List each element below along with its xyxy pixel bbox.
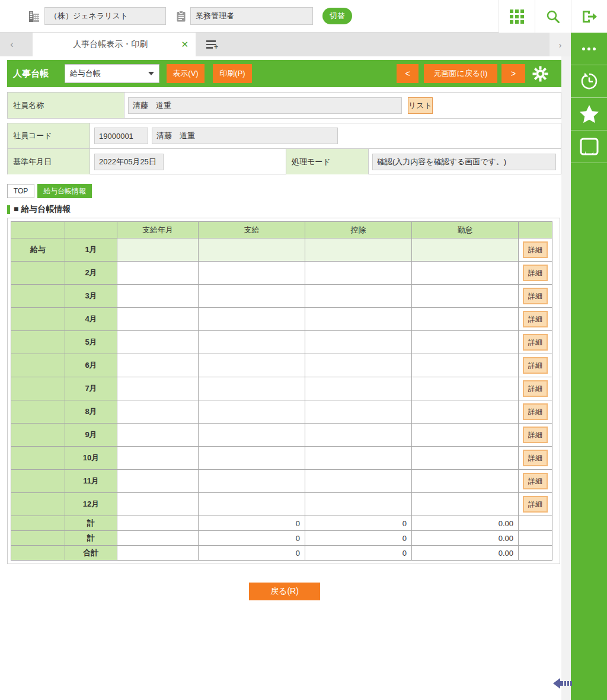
col-header-payment: 支給 (199, 222, 305, 238)
total-attend: 0.00 (412, 531, 519, 546)
gear-icon[interactable] (532, 66, 548, 82)
employee-name-row: 社員名称 清藤 道重 リスト (7, 92, 561, 119)
section-tabs: TOP 給与台帳情報 (7, 184, 561, 198)
switch-button[interactable]: 切替 (322, 8, 352, 24)
tab-salary-ledger-info[interactable]: 給与台帳情報 (37, 184, 92, 198)
col-header-attendance: 勤怠 (412, 222, 519, 238)
total-deduct: 0 (305, 516, 412, 531)
total-attend: 0.00 (412, 516, 519, 531)
detail-button[interactable]: 詳細 (523, 473, 548, 489)
employee-code-field: 19000001 (94, 128, 148, 144)
table-row: 11月 詳細 (11, 470, 552, 493)
clipboard-icon (177, 11, 186, 22)
role-input[interactable] (190, 7, 313, 25)
section-accent-bar (7, 205, 10, 214)
col-header-detail (519, 222, 552, 238)
app-header: 切替 (0, 0, 607, 33)
detail-button[interactable]: 詳細 (523, 427, 548, 443)
col-header-month (65, 222, 117, 238)
month-cell: 6月 (65, 354, 117, 377)
detail-button[interactable]: 詳細 (523, 241, 548, 258)
mode-field: 確認(入力内容を確認する画面です。) (372, 154, 556, 170)
month-cell: 12月 (65, 493, 117, 516)
detail-button[interactable]: 詳細 (523, 403, 548, 420)
tab-title: 人事台帳表示・印刷 (40, 39, 181, 50)
ledger-table: 支給年月 支給 控除 勤怠 給与 1月 詳細 2月 (11, 221, 552, 561)
month-cell: 11月 (65, 470, 117, 493)
col-header-group (11, 222, 65, 238)
month-cell: 4月 (65, 308, 117, 331)
table-row: 8月 詳細 (11, 400, 552, 424)
employee-name-label: 社員名称 (8, 93, 124, 118)
building-icon (29, 10, 40, 22)
detail-button[interactable]: 詳細 (523, 380, 548, 397)
ledger-table-panel: 支給年月 支給 控除 勤怠 給与 1月 詳細 2月 (7, 218, 560, 564)
chevron-down-icon (148, 72, 154, 75)
detail-button[interactable]: 詳細 (523, 496, 548, 513)
month-cell: 5月 (65, 331, 117, 354)
apps-grid-icon[interactable] (499, 0, 535, 33)
month-cell: 1月 (65, 238, 117, 262)
back-to-origin-button[interactable]: 元画面に戻る(I) (424, 64, 497, 83)
history-icon[interactable] (571, 65, 607, 98)
detail-button[interactable]: 詳細 (523, 265, 548, 281)
more-options-icon[interactable] (571, 33, 607, 65)
total-label-cell: 合計 (65, 546, 117, 561)
search-icon[interactable] (535, 0, 571, 33)
section-heading: ■ 給与台帳情報 (7, 204, 561, 215)
total-attend: 0.00 (412, 546, 519, 561)
print-button[interactable]: 印刷(P) (213, 64, 252, 83)
company-input[interactable] (44, 7, 166, 25)
subtotal-row: 計 0 0 0.00 (11, 516, 552, 531)
section-title: ■ 給与台帳情報 (14, 204, 71, 215)
month-cell: 3月 (65, 285, 117, 308)
base-date-field: 2022年05月25日 (94, 154, 164, 170)
tab-close-icon[interactable]: ✕ (181, 39, 189, 50)
ledger-select-value: 給与台帳 (70, 68, 101, 79)
subtotal-row: 計 0 0 0.00 (11, 531, 552, 546)
detail-button[interactable]: 詳細 (523, 334, 548, 351)
collapse-panel-arrow-icon[interactable] (553, 677, 573, 692)
next-record-button[interactable]: > (501, 64, 525, 83)
detail-button[interactable]: 詳細 (523, 357, 548, 374)
list-button[interactable]: リスト (408, 97, 433, 114)
tabs-scroll-left-icon[interactable]: ‹ (0, 39, 24, 50)
detail-button[interactable]: 詳細 (523, 450, 548, 466)
tray-icon[interactable] (571, 131, 607, 163)
ledger-select[interactable]: 給与台帳 (65, 64, 159, 83)
total-paid: 0 (199, 516, 305, 531)
show-button[interactable]: 表示(V) (167, 64, 205, 83)
main-content: 人事台帳 給与台帳 表示(V) 印刷(P) < 元画面に戻る(I) > (0, 56, 561, 700)
tabs-scroll-right-icon[interactable]: › (550, 33, 571, 56)
total-label-cell: 計 (65, 531, 117, 546)
prev-record-button[interactable]: < (397, 64, 418, 83)
employee-detail-box: 社員コード 19000001 清藤 道重 基準年月日 2022年05月25日 処… (7, 123, 561, 174)
total-deduct: 0 (305, 531, 412, 546)
table-row: 5月 詳細 (11, 331, 552, 354)
month-cell: 10月 (65, 447, 117, 470)
tab-personnel-ledger[interactable]: 人事台帳表示・印刷 ✕ (33, 33, 196, 56)
table-row: 7月 詳細 (11, 377, 552, 400)
month-cell: 2月 (65, 262, 117, 285)
mode-label: 処理モード (286, 149, 369, 174)
toolbar-title: 人事台帳 (13, 68, 49, 79)
group-label-cell: 給与 (11, 238, 65, 262)
col-header-pay-month: 支給年月 (117, 222, 199, 238)
favorites-star-icon[interactable] (571, 98, 607, 131)
tab-bar: ‹ 人事台帳表示・印刷 ✕ + › (0, 33, 571, 56)
employee-name-field: 清藤 道重 (128, 97, 402, 114)
detail-button[interactable]: 詳細 (523, 288, 548, 304)
logout-icon[interactable] (571, 0, 607, 33)
ledger-toolbar: 人事台帳 給与台帳 表示(V) 印刷(P) < 元画面に戻る(I) > (7, 60, 561, 87)
return-button[interactable]: 戻る(R) (249, 583, 320, 600)
table-row: 4月 詳細 (11, 308, 552, 331)
month-cell: 7月 (65, 377, 117, 400)
employee-code-name-field: 清藤 道重 (152, 128, 338, 144)
grand-total-row: 合計 0 0 0.00 (11, 546, 552, 561)
detail-button[interactable]: 詳細 (523, 311, 548, 327)
tab-top[interactable]: TOP (7, 184, 34, 198)
new-tab-icon[interactable]: + (206, 40, 218, 49)
table-row: 12月 詳細 (11, 493, 552, 516)
table-row: 2月 詳細 (11, 262, 552, 285)
employee-code-row: 社員コード 19000001 清藤 道重 (8, 123, 561, 149)
